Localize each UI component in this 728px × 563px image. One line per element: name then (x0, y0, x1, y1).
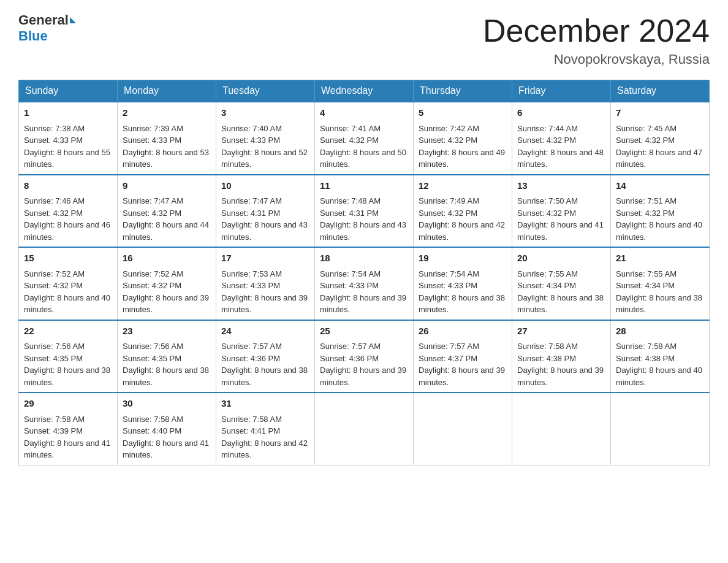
calendar-cell: 12 Sunrise: 7:49 AMSunset: 4:32 PMDaylig… (414, 175, 512, 248)
calendar-week-5: 29 Sunrise: 7:58 AMSunset: 4:39 PMDaylig… (19, 393, 710, 465)
day-info: Sunrise: 7:47 AMSunset: 4:32 PMDaylight:… (123, 196, 209, 242)
calendar-week-1: 1 Sunrise: 7:38 AMSunset: 4:33 PMDayligh… (19, 102, 710, 175)
day-number: 7 (616, 106, 704, 120)
day-info: Sunrise: 7:48 AMSunset: 4:31 PMDaylight:… (320, 196, 406, 242)
day-number: 24 (221, 324, 309, 339)
calendar-cell: 23 Sunrise: 7:56 AMSunset: 4:35 PMDaylig… (118, 320, 216, 393)
calendar-cell: 13 Sunrise: 7:50 AMSunset: 4:32 PMDaylig… (512, 175, 611, 248)
day-info: Sunrise: 7:56 AMSunset: 4:35 PMDaylight:… (24, 342, 110, 387)
day-number: 31 (221, 397, 309, 411)
day-info: Sunrise: 7:54 AMSunset: 4:33 PMDaylight:… (419, 269, 505, 315)
logo-blue: Blue (18, 28, 48, 44)
day-info: Sunrise: 7:52 AMSunset: 4:32 PMDaylight:… (123, 269, 209, 315)
day-number: 1 (24, 106, 112, 120)
calendar-cell: 7 Sunrise: 7:45 AMSunset: 4:32 PMDayligh… (611, 102, 710, 175)
day-info: Sunrise: 7:42 AMSunset: 4:32 PMDaylight:… (419, 124, 505, 169)
day-info: Sunrise: 7:58 AMSunset: 4:41 PMDaylight:… (221, 415, 308, 460)
day-info: Sunrise: 7:50 AMSunset: 4:32 PMDaylight:… (517, 196, 604, 242)
day-number: 23 (123, 324, 211, 339)
calendar-week-2: 8 Sunrise: 7:46 AMSunset: 4:32 PMDayligh… (19, 175, 710, 248)
day-number: 17 (221, 251, 309, 266)
calendar-cell: 25 Sunrise: 7:57 AMSunset: 4:36 PMDaylig… (315, 320, 414, 393)
day-info: Sunrise: 7:41 AMSunset: 4:32 PMDaylight:… (320, 124, 406, 169)
calendar-cell: 1 Sunrise: 7:38 AMSunset: 4:33 PMDayligh… (19, 102, 118, 175)
day-info: Sunrise: 7:57 AMSunset: 4:36 PMDaylight:… (320, 342, 406, 387)
day-info: Sunrise: 7:47 AMSunset: 4:31 PMDaylight:… (221, 196, 308, 242)
day-info: Sunrise: 7:45 AMSunset: 4:32 PMDaylight:… (616, 124, 702, 169)
calendar-week-3: 15 Sunrise: 7:52 AMSunset: 4:32 PMDaylig… (19, 247, 710, 320)
calendar-cell: 27 Sunrise: 7:58 AMSunset: 4:38 PMDaylig… (512, 320, 611, 393)
calendar-cell: 4 Sunrise: 7:41 AMSunset: 4:32 PMDayligh… (315, 102, 414, 175)
day-number: 21 (616, 251, 704, 266)
day-info: Sunrise: 7:40 AMSunset: 4:33 PMDaylight:… (221, 124, 308, 169)
location: Novopokrovskaya, Russia (483, 52, 710, 67)
logo-general: General (18, 12, 69, 28)
day-info: Sunrise: 7:58 AMSunset: 4:38 PMDaylight:… (517, 342, 604, 387)
day-info: Sunrise: 7:51 AMSunset: 4:32 PMDaylight:… (616, 196, 702, 242)
calendar-cell: 2 Sunrise: 7:39 AMSunset: 4:33 PMDayligh… (118, 102, 216, 175)
day-number: 11 (320, 179, 408, 193)
day-number: 26 (419, 324, 507, 339)
day-number: 13 (517, 179, 605, 193)
calendar-cell: 17 Sunrise: 7:53 AMSunset: 4:33 PMDaylig… (216, 247, 315, 320)
day-info: Sunrise: 7:58 AMSunset: 4:38 PMDaylight:… (616, 342, 702, 387)
weekday-header-saturday: Saturday (611, 80, 710, 102)
day-info: Sunrise: 7:44 AMSunset: 4:32 PMDaylight:… (517, 124, 604, 169)
day-info: Sunrise: 7:49 AMSunset: 4:32 PMDaylight:… (419, 196, 505, 242)
day-number: 14 (616, 179, 704, 193)
day-number: 20 (517, 251, 605, 266)
day-number: 30 (123, 397, 211, 411)
day-number: 16 (123, 251, 211, 266)
day-number: 2 (123, 106, 211, 120)
day-info: Sunrise: 7:38 AMSunset: 4:33 PMDaylight:… (24, 124, 110, 169)
day-number: 8 (24, 179, 112, 193)
calendar-cell (315, 393, 414, 465)
month-title: December 2024 (483, 12, 710, 49)
calendar-cell: 24 Sunrise: 7:57 AMSunset: 4:36 PMDaylig… (216, 320, 315, 393)
day-number: 15 (24, 251, 112, 266)
day-number: 28 (616, 324, 704, 339)
calendar-cell: 11 Sunrise: 7:48 AMSunset: 4:31 PMDaylig… (315, 175, 414, 248)
calendar-cell: 19 Sunrise: 7:54 AMSunset: 4:33 PMDaylig… (414, 247, 512, 320)
day-number: 25 (320, 324, 408, 339)
calendar-cell: 9 Sunrise: 7:47 AMSunset: 4:32 PMDayligh… (118, 175, 216, 248)
weekday-header-monday: Monday (118, 80, 216, 102)
page-header: General Blue December 2024 Novopokrovska… (18, 12, 710, 67)
day-number: 12 (419, 179, 507, 193)
calendar-cell: 10 Sunrise: 7:47 AMSunset: 4:31 PMDaylig… (216, 175, 315, 248)
calendar-cell: 6 Sunrise: 7:44 AMSunset: 4:32 PMDayligh… (512, 102, 611, 175)
calendar-cell: 5 Sunrise: 7:42 AMSunset: 4:32 PMDayligh… (414, 102, 512, 175)
calendar-header-row: SundayMondayTuesdayWednesdayThursdayFrid… (19, 80, 710, 102)
day-info: Sunrise: 7:56 AMSunset: 4:35 PMDaylight:… (123, 342, 209, 387)
calendar-table: SundayMondayTuesdayWednesdayThursdayFrid… (18, 80, 710, 465)
calendar-cell: 31 Sunrise: 7:58 AMSunset: 4:41 PMDaylig… (216, 393, 315, 465)
calendar-week-4: 22 Sunrise: 7:56 AMSunset: 4:35 PMDaylig… (19, 320, 710, 393)
weekday-header-thursday: Thursday (414, 80, 512, 102)
day-number: 19 (419, 251, 507, 266)
day-number: 6 (517, 106, 605, 120)
day-number: 18 (320, 251, 408, 266)
calendar-cell: 28 Sunrise: 7:58 AMSunset: 4:38 PMDaylig… (611, 320, 710, 393)
day-number: 29 (24, 397, 112, 411)
title-block: December 2024 Novopokrovskaya, Russia (483, 12, 710, 67)
day-info: Sunrise: 7:39 AMSunset: 4:33 PMDaylight:… (123, 124, 209, 169)
calendar-cell: 3 Sunrise: 7:40 AMSunset: 4:33 PMDayligh… (216, 102, 315, 175)
day-info: Sunrise: 7:55 AMSunset: 4:34 PMDaylight:… (517, 269, 604, 315)
calendar-cell: 14 Sunrise: 7:51 AMSunset: 4:32 PMDaylig… (611, 175, 710, 248)
calendar-cell: 22 Sunrise: 7:56 AMSunset: 4:35 PMDaylig… (19, 320, 118, 393)
calendar-cell (611, 393, 710, 465)
calendar-cell: 26 Sunrise: 7:57 AMSunset: 4:37 PMDaylig… (414, 320, 512, 393)
day-info: Sunrise: 7:52 AMSunset: 4:32 PMDaylight:… (24, 269, 110, 315)
day-info: Sunrise: 7:58 AMSunset: 4:40 PMDaylight:… (123, 415, 209, 460)
day-number: 27 (517, 324, 605, 339)
day-info: Sunrise: 7:57 AMSunset: 4:37 PMDaylight:… (419, 342, 505, 387)
calendar-cell: 15 Sunrise: 7:52 AMSunset: 4:32 PMDaylig… (19, 247, 118, 320)
logo: General Blue (18, 12, 77, 44)
day-info: Sunrise: 7:58 AMSunset: 4:39 PMDaylight:… (24, 415, 110, 460)
logo-arrow-icon (70, 17, 76, 23)
calendar-cell: 20 Sunrise: 7:55 AMSunset: 4:34 PMDaylig… (512, 247, 611, 320)
day-number: 22 (24, 324, 112, 339)
weekday-header-sunday: Sunday (19, 80, 118, 102)
weekday-header-tuesday: Tuesday (216, 80, 315, 102)
day-number: 10 (221, 179, 309, 193)
